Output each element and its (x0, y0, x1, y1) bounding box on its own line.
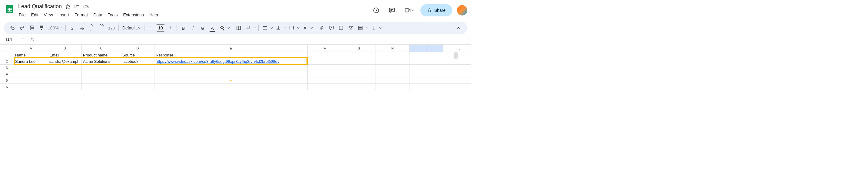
font-size-input[interactable]: 10 (156, 24, 165, 31)
menu-tools[interactable]: Tools (105, 11, 120, 19)
functions-icon[interactable]: Σ (369, 23, 378, 32)
menu-file[interactable]: File (17, 11, 28, 19)
paint-format-icon[interactable] (37, 23, 46, 32)
cell-A6[interactable] (14, 84, 48, 90)
star-icon[interactable] (65, 3, 71, 9)
currency-icon[interactable]: $ (67, 23, 76, 32)
col-header-C[interactable]: C (82, 45, 121, 52)
menu-format[interactable]: Format (72, 11, 90, 19)
percent-icon[interactable]: % (77, 23, 86, 32)
merge-icon[interactable] (244, 23, 253, 32)
fill-dropdown-icon[interactable] (227, 27, 230, 29)
name-box[interactable]: I14 (4, 37, 26, 42)
cell-C6[interactable] (82, 84, 121, 90)
cell-F5[interactable] (308, 77, 342, 83)
row-header-1[interactable]: 1 (0, 52, 14, 58)
print-icon[interactable] (27, 23, 36, 32)
row-header-2[interactable]: 2 (0, 58, 14, 64)
doc-title[interactable]: Lead Qualification (18, 3, 62, 10)
cell-G4[interactable] (342, 71, 376, 77)
cell-E5[interactable]: ▾ (154, 77, 308, 83)
valign-icon[interactable] (274, 23, 283, 32)
row-header-6[interactable]: 6 (0, 84, 14, 90)
move-icon[interactable] (74, 3, 80, 9)
cell-H2[interactable] (376, 58, 409, 64)
cell-A2[interactable]: Sandra Lee (14, 58, 48, 64)
cell-I5[interactable] (409, 77, 443, 83)
cell-A3[interactable] (14, 65, 48, 71)
cell-B5[interactable] (48, 77, 82, 83)
menu-help[interactable]: Help (147, 11, 160, 19)
cell-B2[interactable]: sandra@exampl (48, 58, 82, 64)
increase-decimal-icon[interactable]: .00→ (97, 23, 106, 32)
undo-icon[interactable] (8, 23, 17, 32)
sheets-logo[interactable] (4, 3, 16, 15)
cell-E4[interactable] (154, 71, 308, 77)
cell-A5[interactable] (14, 77, 48, 83)
cell-D3[interactable] (121, 65, 154, 71)
cell-I6[interactable] (409, 84, 443, 90)
history-icon[interactable] (370, 4, 382, 17)
cell-E2[interactable]: https://www.videoask.com/cq8ra6y6sugt99x… (154, 58, 308, 64)
cell-E1[interactable]: Response (154, 52, 308, 58)
cell-D2[interactable]: facebook (121, 58, 154, 64)
cell-H3[interactable] (376, 65, 409, 71)
merge-dropdown-icon[interactable] (253, 27, 256, 29)
col-header-A[interactable]: A (14, 45, 48, 52)
cell-B3[interactable] (48, 65, 82, 71)
cell-I1[interactable] (409, 52, 443, 58)
menu-data[interactable]: Data (91, 11, 105, 19)
vertical-scrollbar[interactable] (454, 52, 458, 91)
row-header-5[interactable]: 5 (0, 77, 14, 83)
strikethrough-icon[interactable]: S (198, 23, 207, 32)
filter-icon[interactable] (346, 23, 355, 32)
col-header-J[interactable]: J (443, 45, 471, 52)
cell-H4[interactable] (376, 71, 409, 77)
zoom-dropdown-icon[interactable] (61, 27, 64, 29)
rotate-dd-icon[interactable] (310, 27, 313, 29)
cell-C5[interactable] (82, 77, 121, 83)
cell-C4[interactable] (82, 71, 121, 77)
cell-G1[interactable] (342, 52, 376, 58)
bold-icon[interactable]: B (179, 23, 188, 32)
spreadsheet-grid[interactable]: A B C D E F G H I J 1 Name Email Product… (0, 45, 471, 91)
wrap-icon[interactable] (287, 23, 296, 32)
cell-H5[interactable] (376, 77, 409, 83)
halign-icon[interactable] (260, 23, 270, 32)
table-dd-icon[interactable] (366, 27, 369, 29)
col-header-B[interactable]: B (48, 45, 82, 52)
menu-edit[interactable]: Edit (29, 11, 41, 19)
cell-C2[interactable]: Acme Solutions (82, 58, 121, 64)
comment-icon[interactable] (327, 23, 336, 32)
zoom-select[interactable]: 100% (46, 25, 60, 30)
cell-C3[interactable] (82, 65, 121, 71)
cell-I2[interactable] (409, 58, 443, 64)
text-color-icon[interactable]: A (208, 23, 217, 32)
decrease-decimal-icon[interactable]: .0← (87, 23, 96, 32)
cell-D1[interactable]: Source (121, 52, 154, 58)
response-link[interactable]: https://www.videoask.com/cq8ra6y6sugt99x… (156, 59, 279, 64)
select-all-corner[interactable] (0, 45, 14, 52)
cell-F6[interactable] (308, 84, 342, 90)
link-icon[interactable] (317, 23, 326, 32)
cell-C1[interactable]: Product name (82, 52, 121, 58)
cell-G6[interactable] (342, 84, 376, 90)
cell-I4[interactable] (409, 71, 443, 77)
row-header-3[interactable]: 3 (0, 65, 14, 71)
font-size-increase-icon[interactable]: + (166, 23, 175, 32)
cell-B6[interactable] (48, 84, 82, 90)
cell-E3[interactable] (154, 65, 308, 71)
cell-G2[interactable] (342, 58, 376, 64)
cell-G5[interactable] (342, 77, 376, 83)
scrollbar-thumb[interactable] (454, 52, 458, 59)
cell-H6[interactable] (376, 84, 409, 90)
halign-dd-icon[interactable] (270, 27, 273, 29)
fill-color-icon[interactable] (217, 23, 226, 32)
col-header-I[interactable]: I (409, 45, 443, 52)
collapse-toolbar-icon[interactable] (454, 23, 463, 32)
cell-F1[interactable] (308, 52, 342, 58)
cell-F2[interactable] (308, 58, 342, 64)
cell-H1[interactable] (376, 52, 409, 58)
col-header-G[interactable]: G (342, 45, 376, 52)
functions-dd-icon[interactable] (379, 27, 382, 29)
